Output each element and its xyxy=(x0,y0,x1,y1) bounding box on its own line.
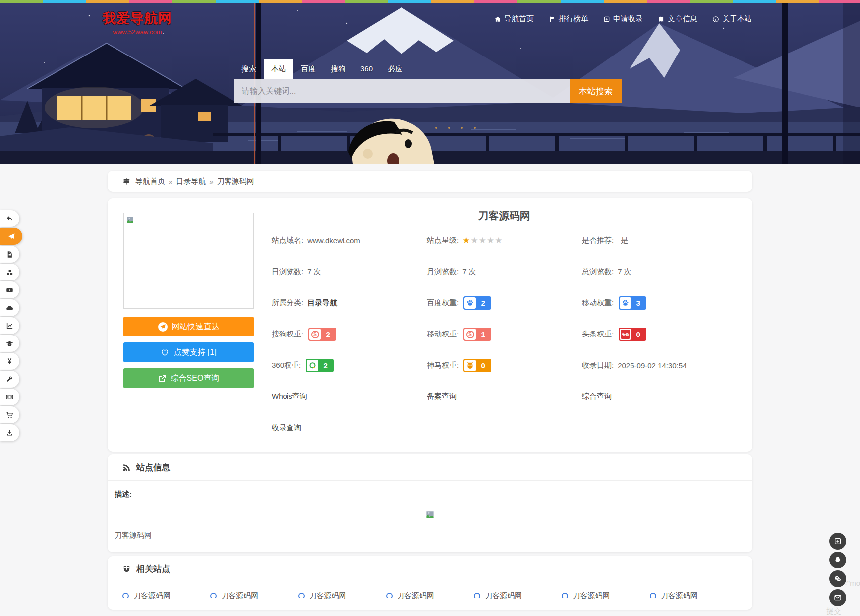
field-total-views: 总浏览数:7 次 xyxy=(582,256,737,287)
sogou-icon: S xyxy=(466,331,474,338)
category-link[interactable]: 目录导航 xyxy=(307,298,337,308)
tab-sogou[interactable]: 搜狗 xyxy=(323,59,353,79)
description-text: 刀客源码网 xyxy=(115,531,745,540)
tools-dock-button[interactable] xyxy=(0,371,19,388)
seo-query-button[interactable]: 综合SEO查询 xyxy=(123,368,254,388)
search-input[interactable] xyxy=(234,79,570,103)
download-dock-button[interactable] xyxy=(0,424,19,441)
related-site-link[interactable]: 刀客源码网 xyxy=(562,591,649,601)
submit-site-float-button[interactable] xyxy=(829,533,846,550)
index-query-link[interactable]: 收录查询 xyxy=(272,423,301,433)
paper-plane-icon xyxy=(7,233,15,240)
field-360-weight: 360权重: 2 xyxy=(272,350,427,381)
cloud-dock-button[interactable] xyxy=(0,299,19,316)
rss-icon xyxy=(122,463,131,472)
qq-icon xyxy=(834,556,842,564)
keyboard-icon xyxy=(6,393,13,401)
shop-dock-button[interactable] xyxy=(0,406,19,423)
breadcrumb-current: 刀客源码网 xyxy=(217,177,254,186)
field-shenma-weight: 神马权重: 0 xyxy=(427,350,582,381)
plus-square-icon xyxy=(834,537,842,545)
field-index-date: 收录日期: 2025-09-02 14:30:54 xyxy=(582,350,737,381)
icp-query-link[interactable]: 备案查询 xyxy=(427,392,457,401)
tab-bing[interactable]: 必应 xyxy=(380,59,410,79)
logo-subtitle: www.52waw.com xyxy=(103,28,172,36)
rainbow-strip xyxy=(0,0,860,3)
stats-dock-button[interactable] xyxy=(0,317,19,334)
visit-site-button[interactable]: 网站快速直达 xyxy=(123,317,254,336)
top-navigation: 导航首页 排行榜单 申请收录 文章信息 关于本站 xyxy=(494,14,752,24)
related-site-link[interactable]: 刀客源码网 xyxy=(210,591,298,601)
section-title: 相关站点 xyxy=(136,563,170,575)
home-icon xyxy=(494,16,501,23)
page-title: 刀客源码网 xyxy=(272,209,737,225)
related-site-link[interactable]: 刀客源码网 xyxy=(298,591,386,601)
related-site-link[interactable]: 刀客源码网 xyxy=(386,591,474,601)
nav-submit-site[interactable]: 申请收录 xyxy=(603,14,643,24)
nav-rankings[interactable]: 排行榜单 xyxy=(549,14,588,24)
toutiao-weight-badge: 头条 0 xyxy=(619,328,646,341)
finance-dock-button[interactable] xyxy=(0,353,19,370)
back-button[interactable] xyxy=(0,210,19,227)
baidu-weight-badge: 2 xyxy=(463,296,491,310)
site-info-section: 站点信息 描述: 刀客源码网 xyxy=(108,454,752,552)
field-category: 所属分类: 目录导航 xyxy=(272,287,427,319)
graduation-cap-icon xyxy=(6,340,13,347)
related-site-link[interactable]: 刀客源码网 xyxy=(122,591,210,601)
related-sites-section: 相关站点 刀客源码网 刀客源码网 刀客源码网 刀客源码网 刀客源码网 刀客源码网… xyxy=(108,556,752,610)
nav-articles[interactable]: 文章信息 xyxy=(658,14,697,24)
tab-baidu[interactable]: 百度 xyxy=(293,59,323,79)
cubes-icon xyxy=(6,269,13,276)
breadcrumb-category[interactable]: 目录导航 xyxy=(176,177,206,186)
cart-icon xyxy=(6,411,13,419)
typing-dock-button[interactable] xyxy=(0,389,19,405)
search-button[interactable]: 本站搜索 xyxy=(570,79,622,103)
sogou-mobile-weight-badge: S 1 xyxy=(463,328,491,341)
email-contact-button[interactable] xyxy=(829,589,846,606)
right-floating-dock xyxy=(829,533,846,608)
site-info-grid: 站点域名: www.dkewl.com 站点星级: ★★★★★ 是否推荐: 是 … xyxy=(272,225,737,444)
nav-home[interactable]: 导航首页 xyxy=(494,14,534,24)
baidu-paw-icon xyxy=(466,299,474,307)
breadcrumb-home[interactable]: 导航首页 xyxy=(135,177,165,186)
articles-dock-button[interactable] xyxy=(0,246,19,263)
quick-visit-button[interactable] xyxy=(0,228,22,245)
field-domain: 站点域名: www.dkewl.com xyxy=(272,225,427,256)
reply-icon xyxy=(6,215,13,223)
plus-square-icon xyxy=(603,16,610,23)
section-title: 站点信息 xyxy=(136,462,170,473)
wrench-icon xyxy=(6,376,13,383)
heart-icon xyxy=(161,348,169,357)
random-dock-button[interactable] xyxy=(0,264,19,280)
qq-contact-button[interactable] xyxy=(829,552,846,568)
site-logo[interactable]: 我爱导航网 www.52waw.com xyxy=(103,9,172,36)
tab-this-site[interactable]: 本站 xyxy=(264,59,293,79)
field-baidu-weight: 百度权重: 2 xyxy=(427,287,582,319)
description-label: 描述: xyxy=(115,490,745,499)
logo-title: 我爱导航网 xyxy=(103,9,172,27)
field-recommended: 是否推荐: 是 xyxy=(582,225,737,256)
whois-query-link[interactable]: Whois查询 xyxy=(272,392,307,401)
search-module: 搜索 本站 百度 搜狗 360 必应 本站搜索 xyxy=(234,59,622,103)
tab-search[interactable]: 搜索 xyxy=(234,59,264,79)
video-dock-button[interactable] xyxy=(0,281,19,298)
broken-image-icon xyxy=(126,216,134,224)
description-image-placeholder xyxy=(115,510,745,521)
comprehensive-query-link[interactable]: 综合查询 xyxy=(582,392,612,401)
star-rating: ★★★★★ xyxy=(462,235,503,246)
nav-about[interactable]: 关于本站 xyxy=(712,14,752,24)
field-daily-views: 日浏览数:7 次 xyxy=(272,256,427,287)
broken-image-icon xyxy=(425,510,435,519)
left-quick-dock xyxy=(0,210,22,442)
like-button[interactable]: 点赞支持 [1] xyxy=(123,342,254,362)
sogou-icon: S xyxy=(311,331,319,338)
tab-360[interactable]: 360 xyxy=(353,59,380,79)
wechat-contact-button[interactable] xyxy=(829,570,846,587)
related-site-link[interactable]: 刀客源码网 xyxy=(474,591,562,601)
education-dock-button[interactable] xyxy=(0,335,19,352)
weight-360-badge: 2 xyxy=(306,359,334,372)
baidu-paw-icon xyxy=(621,299,630,307)
sogou-weight-badge: S 2 xyxy=(308,328,336,341)
related-site-link[interactable]: 刀客源码网 xyxy=(650,591,738,601)
baidu-mobile-weight-badge: 3 xyxy=(619,296,646,310)
